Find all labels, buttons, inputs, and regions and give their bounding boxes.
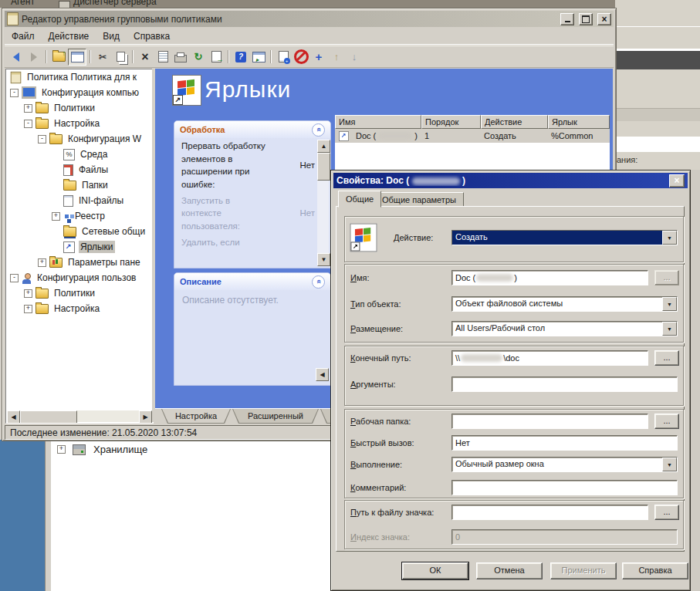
move-down-icon[interactable]: ↓ (346, 49, 363, 65)
shortcut-icon (339, 131, 349, 141)
add-icon[interactable]: + (310, 49, 327, 65)
minimize-button[interactable] (560, 13, 574, 25)
export-list-icon[interactable]: → (208, 49, 225, 65)
working-dir-field[interactable] (451, 414, 648, 429)
name-field[interactable]: Doc ( ) (451, 270, 648, 285)
new-window-icon[interactable] (250, 49, 267, 65)
expander-icon[interactable]: + (52, 212, 60, 221)
tab-common-options[interactable]: Общие параметры (374, 192, 464, 208)
redacted-text (378, 132, 412, 140)
properties-icon[interactable] (154, 49, 171, 65)
back-icon[interactable] (8, 49, 25, 65)
help-button[interactable]: Справка (622, 562, 688, 579)
tree-item-registry[interactable]: + Реестр (6, 208, 153, 224)
tree-item-user-policies[interactable]: + Политики (6, 285, 153, 301)
scroll-down-icon[interactable]: ▼ (317, 253, 330, 266)
column-header-action[interactable]: Действие (481, 115, 548, 129)
menu-help[interactable]: Справка (127, 29, 177, 43)
scroll-up-icon[interactable]: ▲ (317, 140, 330, 153)
tab-general[interactable]: Общие (338, 191, 381, 208)
tree-item-shortcuts[interactable]: Ярлыки (6, 239, 153, 255)
tree-horizontal-scrollbar[interactable]: ◀ ▶ (7, 410, 152, 422)
expander-icon[interactable]: + (24, 305, 32, 313)
chevron-down-icon[interactable]: ▼ (662, 231, 677, 245)
tree-item-user-configuration[interactable]: - Конфигурация пользов (6, 270, 153, 285)
run-mode-combo[interactable]: Обычный размер окна ▼ (451, 457, 678, 472)
expander-icon[interactable]: + (57, 445, 66, 454)
hotkey-field[interactable] (451, 435, 678, 451)
scroll-thumb[interactable] (20, 410, 77, 424)
forward-icon[interactable] (25, 49, 42, 65)
chevron-down-icon[interactable]: ▼ (662, 297, 677, 311)
object-type-combo[interactable]: Объект файловой системы ▼ (451, 296, 678, 312)
menu-action[interactable]: Действие (42, 29, 96, 43)
collapse-chevron-icon[interactable]: « (312, 123, 325, 137)
tree-item-user-preferences[interactable]: + Настройка (6, 301, 153, 316)
print-icon[interactable] (172, 49, 189, 65)
comment-field[interactable] (451, 480, 678, 495)
menu-view[interactable]: Вид (96, 29, 127, 43)
window-titlebar[interactable]: Редактор управления групповыми политикам… (5, 11, 614, 27)
tab-extended[interactable]: Расширенный (232, 409, 319, 424)
column-header-order[interactable]: Порядок (421, 115, 481, 129)
expander-icon[interactable]: - (38, 135, 46, 144)
chevron-down-icon[interactable]: ▼ (662, 458, 677, 471)
scroll-right-icon[interactable]: ▶ (139, 410, 152, 424)
move-up-icon[interactable]: ↑ (328, 49, 345, 65)
show-console-tree-icon[interactable] (68, 49, 86, 66)
expander-icon[interactable]: + (38, 258, 46, 267)
expander-icon[interactable]: - (10, 274, 19, 282)
dialog-titlebar[interactable]: Свойства: Doc ( ) × (333, 173, 688, 188)
chevron-down-icon[interactable]: ▼ (662, 322, 677, 336)
cancel-button[interactable]: Отмена (476, 562, 543, 579)
expander-icon[interactable]: + (24, 104, 32, 113)
tree-item-network-shares[interactable]: Сетевые общи (6, 224, 153, 239)
processing-scrollbar[interactable]: ▲ ▼ (317, 140, 329, 266)
tree-item-folders[interactable]: Папки (6, 177, 153, 193)
arguments-field[interactable] (451, 377, 678, 392)
tree-item-computer-configuration[interactable]: - Конфигурация компью (6, 85, 153, 100)
toolbar-separator (90, 50, 91, 63)
tab-preferences[interactable]: Настройка (161, 409, 231, 424)
scroll-left-icon[interactable]: ◀ (7, 410, 20, 424)
menu-file[interactable]: Файл (5, 29, 42, 43)
expander-icon[interactable]: + (24, 289, 32, 298)
tree-item-windows-configuration[interactable]: - Конфигурация W (6, 131, 153, 147)
expander-icon[interactable]: - (10, 89, 19, 97)
icon-path-field[interactable] (451, 505, 648, 520)
scroll-thumb[interactable] (317, 153, 330, 181)
tree-item-control-panel-settings[interactable]: + Параметры пане (6, 255, 153, 270)
collapse-chevron-icon[interactable]: « (312, 275, 325, 289)
column-header-name[interactable]: Имя (335, 115, 421, 129)
delete-icon[interactable]: × (137, 49, 154, 65)
tree-item-policies[interactable]: + Политики (6, 100, 153, 116)
ok-button[interactable]: ОК (402, 562, 468, 579)
block-icon[interactable] (293, 49, 309, 65)
dialog-close-button[interactable]: × (669, 174, 685, 187)
location-combo[interactable]: All Users/Рабочий стол ▼ (451, 321, 678, 336)
pane-scroll-left-icon[interactable]: ◀ (316, 368, 329, 381)
tree-item-policy-root[interactable]: Политика Политика для к (6, 69, 153, 85)
cut-icon[interactable]: ✂ (94, 49, 111, 65)
up-one-level-icon[interactable]: ↑ (50, 49, 67, 65)
maximize-button[interactable] (579, 13, 593, 25)
order-cell: 1 (421, 131, 481, 140)
icon-path-browse-button[interactable]: ... (654, 505, 679, 520)
close-button[interactable]: × (597, 13, 611, 25)
target-path-browse-button[interactable]: ... (654, 350, 679, 366)
working-dir-browse-button[interactable]: ... (654, 414, 679, 429)
help-icon[interactable]: ? (232, 49, 249, 65)
expander-icon[interactable]: - (24, 120, 32, 128)
target-path-field[interactable]: \\ \doc (451, 350, 648, 366)
tree-item-storage[interactable]: + Хранилище (57, 444, 147, 455)
action-combo[interactable]: Создать ▼ (451, 230, 678, 245)
tree-item-files[interactable]: Файлы (6, 162, 153, 177)
list-item-doc[interactable]: Doc ( ) 1 Создать %Common (335, 129, 610, 143)
refresh-icon[interactable]: ↻ (190, 49, 207, 65)
copy-icon[interactable] (112, 49, 129, 65)
tree-item-preferences[interactable]: - Настройка (6, 116, 153, 131)
tree-item-environment[interactable]: % Среда (6, 147, 153, 162)
paste-result-icon[interactable]: + (275, 49, 292, 65)
column-header-shortcut[interactable]: Ярлык (548, 115, 610, 129)
tree-item-ini-files[interactable]: INI-файлы (6, 193, 153, 208)
